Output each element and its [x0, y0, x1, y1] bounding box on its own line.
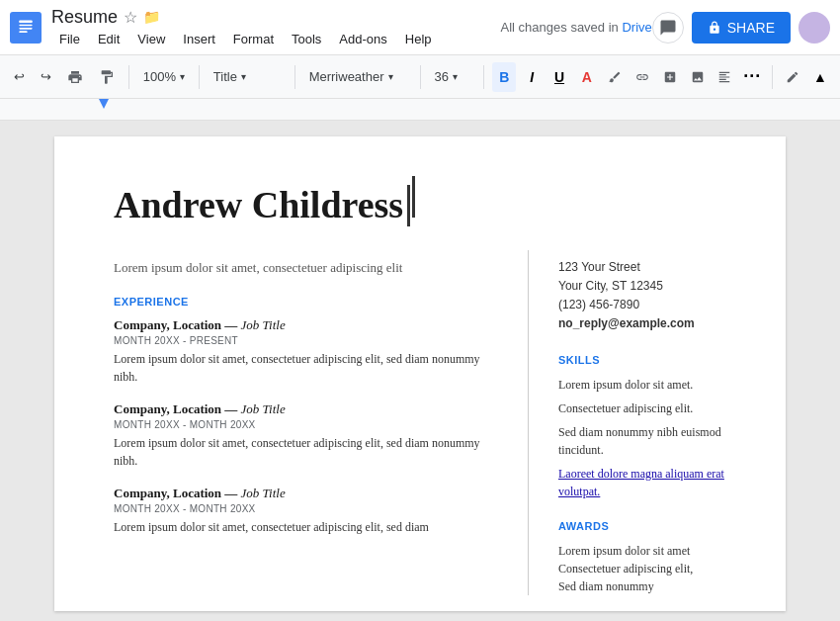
- name-block: Andrew Childress: [114, 176, 726, 242]
- exp-desc-2: Lorem ipsum dolor sit amet, consectetuer…: [114, 434, 498, 470]
- exp-company-3: Company, Location — Job Title: [114, 486, 498, 501]
- italic-button[interactable]: I: [520, 62, 544, 92]
- image-button[interactable]: [686, 62, 710, 92]
- awards-text: Lorem ipsum dolor sit amet Consectetuer …: [558, 542, 726, 595]
- star-icon[interactable]: ☆: [124, 8, 137, 27]
- svg-rect-3: [19, 31, 27, 33]
- right-column: 123 Your Street Your City, ST 12345 (123…: [529, 250, 726, 595]
- toolbar: ↩ ↪ 100% ▾ Title ▾ Merriweather ▾ 36 ▾ B…: [0, 55, 840, 99]
- ruler-marker[interactable]: [99, 99, 109, 109]
- exp-date-2: MONTH 20XX - MONTH 20XX: [114, 419, 498, 430]
- more-button[interactable]: ···: [740, 62, 764, 92]
- skill-4: Laoreet dolore magna aliquam erat volutp…: [558, 465, 726, 500]
- tagline: Lorem ipsum dolor sit amet, consectetuer…: [114, 260, 498, 276]
- app-icon: [10, 12, 42, 44]
- bold-button[interactable]: B: [492, 62, 516, 92]
- link-button[interactable]: [630, 62, 654, 92]
- font-family-dropdown[interactable]: Merriweather ▾: [303, 65, 412, 88]
- exp-company-1: Company, Location — Job Title: [114, 317, 498, 333]
- redo-button[interactable]: ↪: [35, 65, 57, 88]
- ruler: [0, 99, 840, 121]
- exp-desc-3: Lorem ipsum dolor sit amet, consectetuer…: [114, 518, 498, 536]
- share-button[interactable]: SHARE: [692, 12, 791, 44]
- doc-area: Andrew Childress Lorem ipsum dolor sit a…: [0, 121, 840, 621]
- chevron-down-icon: ▾: [453, 71, 458, 82]
- experience-item-2: Company, Location — Job Title MONTH 20XX…: [114, 401, 498, 470]
- insert-button[interactable]: [658, 62, 682, 92]
- experience-item-1: Company, Location — Job Title MONTH 20XX…: [114, 317, 498, 386]
- folder-icon[interactable]: 📁: [143, 9, 160, 25]
- separator-1: [128, 65, 129, 89]
- underline-button[interactable]: U: [547, 62, 571, 92]
- awards-header: AWARDS: [558, 520, 726, 532]
- exp-company-2: Company, Location — Job Title: [114, 401, 498, 417]
- menu-help[interactable]: Help: [397, 30, 440, 48]
- address-phone: (123) 456-7890: [558, 296, 726, 314]
- chevron-down-icon: ▾: [241, 71, 246, 82]
- menu-edit[interactable]: Edit: [90, 30, 127, 48]
- text-cursor: [412, 176, 415, 218]
- print-button[interactable]: [61, 65, 89, 89]
- separator-3: [294, 65, 295, 89]
- menu-view[interactable]: View: [129, 30, 173, 48]
- pen-button[interactable]: [781, 62, 804, 92]
- font-size-dropdown[interactable]: 36 ▾: [428, 65, 475, 88]
- address-street: 123 Your Street: [558, 258, 726, 277]
- ruler-inner: [0, 99, 840, 120]
- svg-rect-1: [19, 24, 32, 26]
- svg-rect-0: [19, 20, 32, 23]
- left-column: Lorem ipsum dolor sit amet, consectetuer…: [114, 250, 529, 595]
- paint-format-button[interactable]: [93, 65, 121, 89]
- exp-date-1: MONTH 20XX - PRESENT: [114, 335, 498, 346]
- address-block: 123 Your Street Your City, ST 12345 (123…: [558, 258, 726, 334]
- applicant-name: Andrew Childress: [114, 185, 410, 226]
- drive-link[interactable]: Drive: [622, 20, 651, 35]
- svg-rect-2: [19, 28, 32, 30]
- saved-status: All changes saved in Drive: [501, 20, 652, 35]
- chevron-down-icon: ▾: [388, 71, 393, 82]
- doc-title-row: Resume ☆ 📁: [51, 7, 491, 28]
- collapse-button[interactable]: ▲: [808, 62, 832, 92]
- experience-header: EXPERIENCE: [114, 296, 498, 308]
- address-city: Your City, ST 12345: [558, 277, 726, 296]
- doc-title[interactable]: Resume: [51, 7, 118, 28]
- page-content: Lorem ipsum dolor sit amet, consectetuer…: [114, 250, 726, 595]
- undo-button[interactable]: ↩: [8, 65, 31, 88]
- share-label: SHARE: [727, 20, 775, 36]
- header-right: SHARE: [652, 12, 830, 44]
- menu-format[interactable]: Format: [225, 30, 282, 48]
- text-color-button[interactable]: A: [575, 62, 599, 92]
- page: Andrew Childress Lorem ipsum dolor sit a…: [54, 136, 786, 611]
- separator-6: [772, 65, 773, 89]
- font-style-dropdown[interactable]: Title ▾: [208, 65, 287, 88]
- menu-tools[interactable]: Tools: [284, 30, 329, 48]
- menu-bar: File Edit View Insert Format Tools Add-o…: [51, 30, 491, 48]
- separator-2: [199, 65, 200, 89]
- zoom-dropdown[interactable]: 100% ▾: [137, 65, 191, 88]
- align-button[interactable]: [713, 62, 736, 92]
- comments-button[interactable]: [652, 12, 684, 44]
- title-section: Resume ☆ 📁 File Edit View Insert Format …: [51, 7, 491, 48]
- experience-item-3: Company, Location — Job Title MONTH 20XX…: [114, 486, 498, 536]
- avatar: [798, 12, 830, 44]
- menu-addons[interactable]: Add-ons: [331, 30, 394, 48]
- chevron-down-icon: ▾: [180, 71, 185, 82]
- address-email: no_reply@example.com: [558, 314, 726, 333]
- menu-file[interactable]: File: [51, 30, 88, 48]
- menu-insert[interactable]: Insert: [175, 30, 223, 48]
- title-bar: Resume ☆ 📁 File Edit View Insert Format …: [0, 0, 840, 55]
- skill-3: Sed diam nonummy nibh euismod tincidunt.: [558, 423, 726, 459]
- skill-2: Consectetuer adipiscing elit.: [558, 399, 726, 417]
- skill-1: Lorem ipsum dolor sit amet.: [558, 376, 726, 394]
- exp-desc-1: Lorem ipsum dolor sit amet, consectetuer…: [114, 350, 498, 386]
- skills-header: SKILLS: [558, 354, 726, 366]
- separator-4: [420, 65, 421, 89]
- highlight-button[interactable]: [603, 62, 627, 92]
- exp-date-3: MONTH 20XX - MONTH 20XX: [114, 503, 498, 514]
- separator-5: [483, 65, 484, 89]
